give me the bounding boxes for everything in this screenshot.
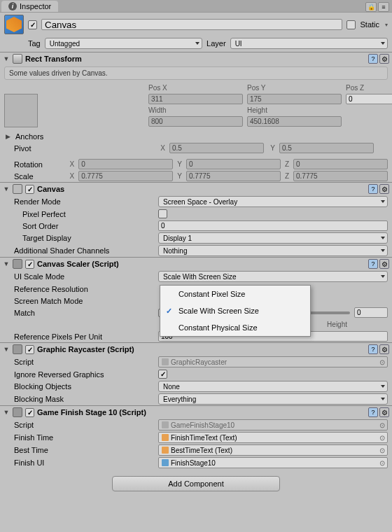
tab-title: Inspector (20, 2, 51, 10)
match-value[interactable] (354, 307, 388, 318)
pixel-perfect-checkbox[interactable] (158, 209, 167, 218)
inspector-tab[interactable]: i Inspector (1, 1, 58, 12)
finish-ui-field[interactable]: FinishStage10 (158, 457, 388, 468)
posx-field[interactable] (148, 94, 243, 104)
help-icon[interactable]: ? (368, 184, 378, 194)
gear-icon[interactable]: ⚙ (379, 407, 389, 417)
scale-label: Scale (14, 172, 66, 181)
help-icon[interactable]: ? (368, 344, 378, 354)
gear-icon[interactable]: ⚙ (379, 344, 389, 354)
render-mode-dropdown[interactable]: Screen Space - Overlay (158, 196, 388, 207)
gameobject-icon (162, 459, 169, 466)
gear-icon[interactable]: ⚙ (379, 184, 389, 194)
scaler-title: Canvas Scaler (Script) (37, 260, 119, 268)
rot-z[interactable] (293, 159, 388, 169)
context-menu-icon[interactable]: ≡ (378, 2, 389, 12)
irg-checkbox[interactable] (158, 370, 167, 379)
match-label: Match (14, 309, 154, 317)
gamefinish-title: Game Finish Stage 10 (Script) (37, 408, 146, 416)
target-display-label: Target Display (14, 234, 154, 242)
pivot-x[interactable] (169, 143, 264, 153)
rot-x[interactable] (78, 159, 173, 169)
canvas-enabled[interactable] (25, 185, 34, 194)
irg-label: Ignore Reversed Graphics (14, 370, 154, 379)
popup-option-0[interactable]: Constant Pixel Size (160, 286, 310, 302)
bo-label: Blocking Objects (14, 382, 154, 391)
gear-icon[interactable]: ⚙ (379, 259, 389, 269)
help-icon[interactable]: ? (368, 259, 378, 269)
scale-x[interactable] (78, 171, 173, 181)
go-name-field[interactable] (41, 19, 342, 30)
go-enabled-checkbox[interactable] (28, 20, 37, 29)
target-display-dropdown[interactable]: Display 1 (158, 232, 388, 244)
width-field[interactable] (148, 116, 243, 127)
pivot-y[interactable] (279, 143, 374, 153)
finish-time-field[interactable]: FinishTimeText (Text) (158, 432, 388, 443)
text-icon (162, 447, 169, 454)
info-icon: i (8, 2, 17, 10)
tag-dropdown[interactable]: Untagged (45, 38, 202, 49)
height-field[interactable] (247, 116, 342, 127)
sort-order-label: Sort Order (14, 222, 154, 230)
posy-field[interactable] (247, 94, 342, 104)
popup-option-2[interactable]: Constant Physical Size (160, 319, 310, 336)
match-mode-label: Screen Match Mode (14, 297, 154, 305)
asc-dropdown[interactable]: Nothing (158, 245, 388, 256)
script-field: GraphicRaycaster (158, 356, 388, 368)
match-height-label: Height (327, 321, 347, 328)
pivot-label: Pivot (14, 144, 154, 153)
anchors-foldout[interactable] (4, 133, 11, 140)
sort-order-field[interactable] (158, 220, 388, 231)
help-icon[interactable]: ? (368, 407, 378, 417)
popup-option-1[interactable]: Scale With Screen Size (160, 302, 310, 319)
go-header: Static ▾ (0, 13, 392, 36)
script-field: GameFinishStage10 (158, 419, 388, 430)
bo-dropdown[interactable]: None (158, 381, 388, 392)
tag-label: Tag (28, 39, 41, 48)
canvas-title: Canvas (37, 185, 64, 193)
rotation-label: Rotation (14, 160, 66, 169)
bm-dropdown[interactable]: Everything (158, 393, 388, 405)
canvas-section: Canvas ?⚙ Render ModeScreen Space - Over… (0, 182, 392, 257)
lock-icon[interactable]: 🔒 (365, 2, 377, 12)
script-icon (162, 358, 169, 365)
bm-label: Blocking Mask (14, 395, 154, 403)
gamefinish-section: Game Finish Stage 10 (Script) ?⚙ ScriptG… (0, 405, 392, 469)
render-mode-label: Render Mode (14, 197, 154, 206)
foldout-icon[interactable] (3, 260, 10, 267)
scale-mode-popup: Constant Pixel Size Scale With Screen Si… (160, 285, 311, 337)
anchor-preset[interactable] (4, 94, 38, 127)
foldout-icon[interactable] (3, 186, 10, 192)
foldout-icon[interactable] (3, 409, 10, 416)
anchors-label: Anchors (15, 132, 43, 141)
static-checkbox[interactable] (346, 20, 356, 29)
script-icon (13, 407, 22, 417)
posy-label: Pos Y (247, 84, 342, 92)
help-icon[interactable]: ? (368, 54, 378, 64)
script-label: Script (14, 421, 154, 429)
add-component-button[interactable]: Add Component (112, 476, 280, 491)
rot-y[interactable] (186, 159, 281, 169)
scaler-enabled[interactable] (25, 260, 34, 269)
width-label: Width (148, 106, 243, 114)
raycaster-section: Graphic Raycaster (Script) ?⚙ ScriptGrap… (0, 342, 392, 405)
posz-field[interactable] (346, 94, 392, 104)
raycaster-enabled[interactable] (25, 345, 34, 354)
tab-bar: i Inspector 🔒 ≡ (0, 0, 392, 13)
scale-y[interactable] (186, 171, 281, 181)
posx-label: Pos X (148, 84, 243, 92)
scale-z[interactable] (293, 171, 388, 181)
static-dropdown-icon[interactable]: ▾ (385, 22, 388, 28)
foldout-icon[interactable] (3, 346, 10, 353)
scale-mode-dropdown[interactable]: Scale With Screen Size (158, 271, 388, 282)
foldout-icon[interactable] (3, 55, 10, 62)
best-time-field[interactable]: BestTimeText (Text) (158, 444, 388, 456)
script-label: Script (14, 358, 154, 366)
ft-label: Finish Time (14, 433, 154, 442)
layer-dropdown[interactable]: UI (230, 38, 388, 49)
gamefinish-enabled[interactable] (25, 408, 34, 417)
rect-transform-title: Rect Transform (25, 55, 82, 63)
gameobject-icon[interactable] (4, 15, 24, 34)
gear-icon[interactable]: ⚙ (379, 54, 389, 64)
height-label: Height (247, 106, 342, 114)
